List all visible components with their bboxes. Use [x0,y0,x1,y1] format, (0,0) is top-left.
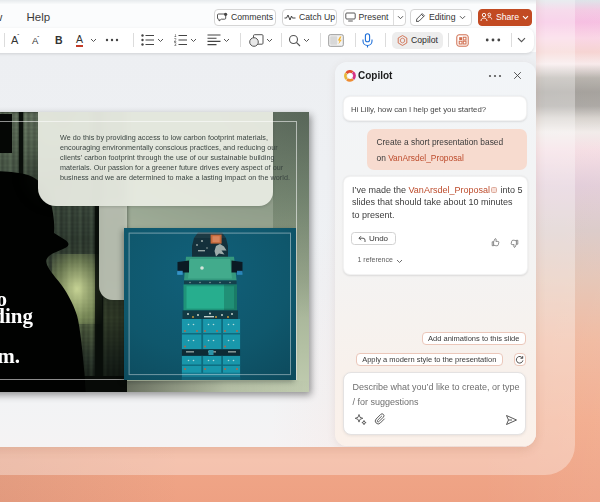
svg-text:3: 3 [174,42,177,46]
